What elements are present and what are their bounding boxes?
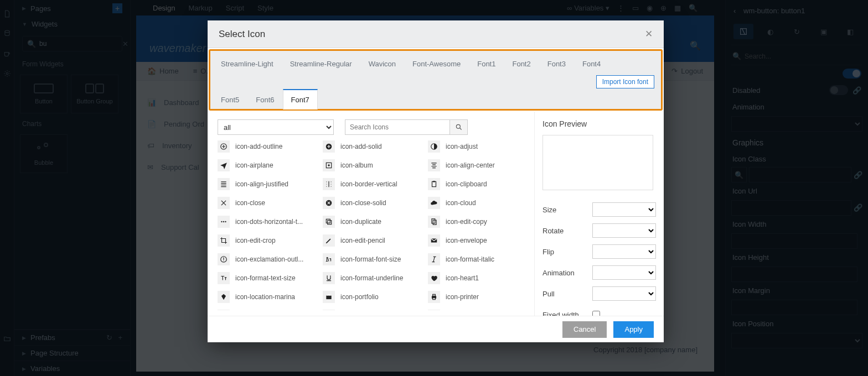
icon-item[interactable]: icon-envelope [428,234,529,247]
tab-font-awesome[interactable]: Font-Awesome [404,54,469,74]
pull-label: Pull [542,290,588,298]
rotate-select[interactable] [592,223,656,238]
icon-item[interactable]: icon-pylon [218,310,318,310]
icon-item[interactable]: icon-close-solid [323,197,423,209]
svg-point-9 [326,181,327,182]
icon-item-label: icon-edit-crop [235,237,276,244]
icon-item[interactable]: icon-printer [428,291,529,303]
icon-item[interactable]: icon-format-text-size [218,272,318,284]
icon-item[interactable]: icon-clipboard [428,178,529,190]
icon-item[interactable]: icon-format-underline [323,272,423,284]
tab-font3[interactable]: Font3 [539,54,574,74]
svg-point-13 [326,186,327,187]
icon-item[interactable]: icon-edit-copy [428,216,529,228]
icon-item[interactable]: icon-exclamation-outl... [218,253,318,265]
icon-item[interactable]: icon-location-marina [218,291,318,303]
icon-item-label: icon-add-solid [340,143,382,150]
icon-item[interactable]: icon-border-vertical [323,178,423,190]
icon-add-outline-icon [218,140,230,153]
icon-item[interactable]: icon-cloud [428,197,529,209]
icon-format-italic-icon [428,253,440,265]
icon-adjust-icon [428,140,440,153]
icon-item-label: icon-add-outline [235,143,282,150]
tab-streamline-regular[interactable]: Streamline-Regular [282,54,360,74]
fixed-width-checkbox[interactable] [592,311,600,316]
icon-exclamation-outl-icon [218,253,230,265]
icon-item[interactable]: icon-album [323,159,423,171]
apply-button[interactable]: Apply [613,321,654,338]
icon-edit-pencil-icon [323,234,335,247]
icon-item[interactable]: icon-add-solid [323,140,423,153]
svg-point-18 [221,221,222,222]
icon-item-label: icon-portfolio [340,293,379,301]
tab-font5[interactable]: Font5 [213,90,247,109]
icon-item[interactable]: icon-airplane [218,159,318,171]
svg-rect-16 [433,181,435,182]
tab-font6[interactable]: Font6 [247,90,282,109]
icon-align-justified-icon [218,178,230,190]
icon-item-label: icon-exclamation-outl... [235,255,303,263]
pull-select[interactable] [592,286,656,301]
fixed-width-label: Fixed width [542,311,588,316]
icon-item-label: icon-heart1 [446,274,479,282]
svg-point-11 [326,184,327,184]
icon-heart1-icon [428,272,440,284]
icon-item[interactable]: icon-add-outline [218,140,318,153]
icon-edit-copy-icon [428,216,440,228]
icon-item-label: icon-dots-horizontal-t... [235,218,303,226]
close-icon[interactable]: ✕ [645,28,653,40]
icon-item[interactable]: icon-heart1 [428,272,529,284]
icon-category-select[interactable]: all [218,119,334,135]
icon-edit-crop-icon [218,234,230,247]
icon-item-label: icon-clipboard [446,180,487,188]
tab-font7[interactable]: Font7 [283,89,318,109]
flip-select[interactable] [592,244,656,259]
icon-album-icon [323,159,335,171]
icon-close-icon [218,197,230,209]
tab-font2[interactable]: Font2 [504,54,539,74]
icon-preview-panel: Icon Preview SizeRotateFlipAnimationPull… [534,112,664,316]
import-icon-font-button[interactable]: Import Icon font [596,75,654,88]
rotate-label: Rotate [542,227,588,235]
svg-rect-30 [433,294,436,296]
svg-rect-24 [433,220,436,224]
icon-item[interactable]: icon-duplicate [323,216,423,228]
svg-point-14 [331,186,332,187]
icon-item-label: icon-format-italic [446,255,494,263]
icon-item[interactable]: icon-format-italic [428,253,529,265]
icon-item[interactable]: icon-align-center [428,159,529,171]
icon-item[interactable]: icon-close [218,197,318,209]
cancel-button[interactable]: Cancel [562,321,607,338]
icon-item[interactable]: icon-format-font-size [323,253,423,265]
icon-item[interactable]: icon-dots-horizontal-t... [218,216,318,228]
icon-radio-icon [428,310,440,310]
icon-item[interactable]: icon-edit-pencil [323,234,423,247]
icon-item[interactable]: icon-portfolio [323,291,423,303]
svg-point-20 [225,221,226,222]
icon-item[interactable]: icon-radio [428,310,529,310]
tab-streamline-light[interactable]: Streamline-Light [213,54,282,74]
modal-title: Select Icon [219,29,265,40]
size-select[interactable] [592,202,656,217]
preview-title: Icon Preview [542,119,656,128]
svg-point-10 [331,181,332,182]
font-tabs-wrap: Streamline-LightStreamline-RegularWavico… [209,49,663,111]
icon-item-label: icon-edit-copy [446,218,487,226]
icon-printer-icon [428,291,440,303]
search-icons-input[interactable] [345,119,450,135]
icon-envelope-icon [428,234,440,247]
icon-item-label: icon-album [340,161,373,169]
svg-point-8 [328,164,330,166]
search-button[interactable] [450,119,468,135]
animation-select[interactable] [592,265,656,280]
svg-point-12 [331,184,332,184]
tab-font1[interactable]: Font1 [469,54,504,74]
tab-wavicon[interactable]: Wavicon [360,54,404,74]
icon-item[interactable]: icon-align-justified [218,178,318,190]
icon-item[interactable]: icon-adjust [428,140,529,153]
svg-rect-28 [326,296,331,299]
icon-item-label: icon-adjust [446,143,478,150]
tab-font4[interactable]: Font4 [574,54,609,74]
icon-item[interactable]: icon-radarcopy2 [323,310,423,310]
icon-item[interactable]: icon-edit-crop [218,234,318,247]
